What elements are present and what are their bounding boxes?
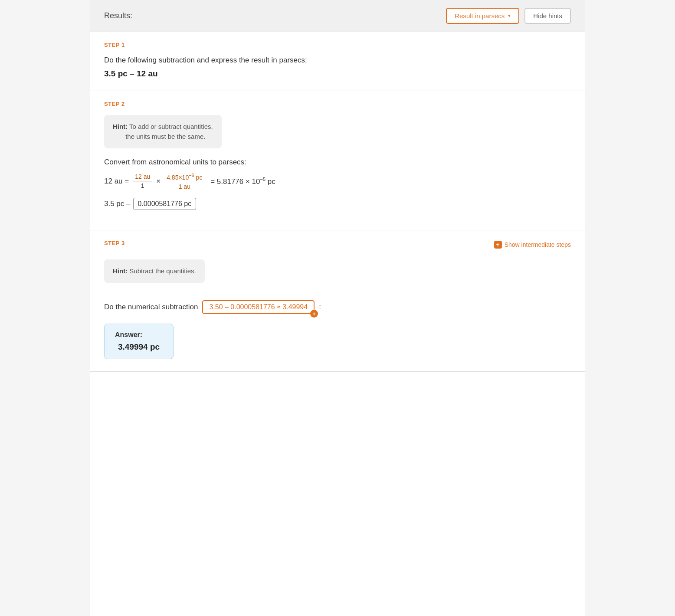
header-bar: Results: Result in parsecs ▾ Hide hints [90, 0, 585, 32]
show-intermediate-steps-button[interactable]: + Show intermediate steps [494, 241, 571, 249]
result-parsecs-label: Result in parsecs [455, 12, 505, 20]
subtraction-highlighted-value: 0.0000581776 pc [133, 198, 197, 210]
step1-expression: 3.5 pc – 12 au [104, 69, 571, 79]
frac2-numerator: 4.85×10−6 pc [165, 173, 204, 182]
times-symbol: × [156, 177, 161, 186]
header-buttons: Result in parsecs ▾ Hide hints [446, 8, 571, 24]
step2-hint-box: Hint: To add or subtract quantities, the… [104, 115, 222, 148]
frac1-denominator: 1 [139, 181, 146, 189]
step3-hint-text: Hint: Subtract the quantities. [113, 267, 196, 275]
result-parsecs-button[interactable]: Result in parsecs ▾ [446, 8, 519, 24]
frac2-denominator: 1 au [177, 182, 192, 190]
step3-header-row: STEP 3 + Show intermediate steps [104, 240, 571, 254]
answer-value: 3.49994 pc [115, 342, 163, 352]
dropdown-arrow-icon: ▾ [508, 13, 511, 19]
subtraction-expression-box[interactable]: 3.50 – 0.0000581776 ≈ 3.49994 + [202, 300, 315, 314]
step3-section: STEP 3 + Show intermediate steps Hint: S… [90, 230, 585, 372]
conversion-math-line: 12 au = 12 au 1 × 4.85×10−6 pc 1 au = 5.… [104, 173, 571, 190]
colon: : [319, 303, 321, 311]
show-intermediate-icon: + [494, 241, 502, 249]
subtraction-line: 3.5 pc – 0.0000581776 pc [104, 198, 571, 210]
step2-hint-text: Hint: To add or subtract quantities, the… [113, 123, 213, 140]
step2-label: STEP 2 [104, 101, 571, 107]
step3-label: STEP 3 [104, 240, 125, 246]
answer-label: Answer: [115, 331, 163, 339]
step2-section: STEP 2 Hint: To add or subtract quantiti… [90, 91, 585, 230]
frac1-numerator: 12 au [133, 173, 152, 181]
step1-section: STEP 1 Do the following subtraction and … [90, 32, 585, 91]
fraction1: 12 au 1 [133, 173, 152, 189]
results-title: Results: [104, 11, 132, 20]
hide-hints-button[interactable]: Hide hints [524, 8, 571, 24]
step3-hint-box: Hint: Subtract the quantities. [104, 259, 205, 283]
subtraction-expression: 3.50 – 0.0000581776 ≈ 3.49994 [209, 303, 308, 311]
step1-label: STEP 1 [104, 42, 571, 48]
answer-box: Answer: 3.49994 pc [104, 324, 174, 359]
step1-instruction: Do the following subtraction and express… [104, 56, 571, 65]
conversion-lead: 12 au = [104, 177, 129, 186]
numerical-subtraction-line: Do the numerical subtraction 3.50 – 0.00… [104, 300, 571, 314]
fraction2: 4.85×10−6 pc 1 au [165, 173, 204, 190]
step2-instruction: Convert from astronomical units to parse… [104, 158, 571, 167]
hint-bold-label: Hint: [113, 123, 128, 130]
numerical-prefix: Do the numerical subtraction [104, 303, 198, 311]
equals-result: = 5.81776 × 10−5 pc [208, 177, 275, 186]
subtraction-prefix: 3.5 pc – [104, 200, 131, 208]
show-intermediate-label: Show intermediate steps [505, 241, 571, 248]
subtraction-box-plus-icon: + [310, 310, 318, 318]
step3-hint-bold: Hint: [113, 267, 128, 275]
